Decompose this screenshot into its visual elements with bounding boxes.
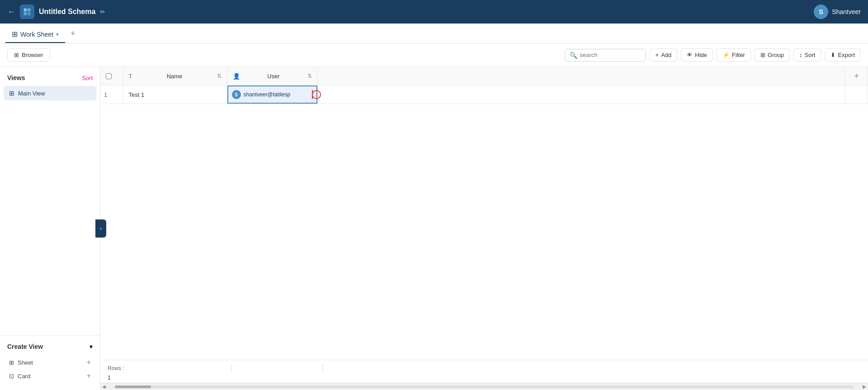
th-name: T Name ⇅ <box>123 67 227 86</box>
app-title: Untitled Schema <box>39 8 95 16</box>
svg-rect-2 <box>24 12 27 15</box>
export-icon: ⬇ <box>830 52 835 58</box>
row-name-value: Test 1 <box>129 91 145 98</box>
sheet-icon: ⊞ <box>9 359 14 366</box>
svg-rect-3 <box>28 12 31 15</box>
create-view-section: Create View ▾ ⊞ Sheet + ⊡ Card + <box>0 335 100 390</box>
tab-dropdown-icon[interactable]: ▾ <box>56 31 59 38</box>
scroll-track[interactable] <box>115 385 854 388</box>
scroll-thumb[interactable] <box>115 385 151 388</box>
edit-title-icon[interactable]: ✏ <box>100 8 105 15</box>
add-icon: + <box>656 52 659 58</box>
add-label: Add <box>661 52 671 58</box>
filter-icon: ⚡ <box>722 52 730 58</box>
add-column-button[interactable]: + <box>845 67 868 85</box>
data-table: T Name ⇅ 👤 User ⇅ <box>100 67 868 104</box>
table-wrapper[interactable]: T Name ⇅ 👤 User ⇅ <box>100 67 868 360</box>
search-icon: 🔍 <box>570 52 577 59</box>
main-view-grid-icon: ⊞ <box>9 90 14 97</box>
filter-button[interactable]: ⚡ Filter <box>717 48 751 62</box>
tab-label: Work Sheet <box>20 31 53 38</box>
browser-label: Browser <box>22 52 43 58</box>
hide-label: Hide <box>695 52 707 58</box>
sidebar-views-header: Views Sort <box>0 67 100 85</box>
td-add-1 <box>845 86 868 104</box>
create-view-label: Create View <box>7 343 43 350</box>
top-nav: ← Untitled Schema ✏ S Shantveer <box>0 0 868 24</box>
table-footer: Rows : 1 <box>100 360 868 383</box>
horizontal-scrollbar[interactable]: ◀ ▶ <box>100 383 868 390</box>
name-col-icon: T <box>129 73 132 80</box>
main-view-item[interactable]: ⊞ Main View <box>4 86 96 100</box>
filter-label: Filter <box>732 52 745 58</box>
card-icon: ⊡ <box>9 373 14 380</box>
back-button[interactable]: ← <box>7 7 15 17</box>
create-card-item[interactable]: ⊡ Card + <box>7 369 93 383</box>
add-sheet-button[interactable]: + <box>87 358 91 366</box>
create-sheet-item[interactable]: ⊞ Sheet + <box>7 356 93 369</box>
grid-icon: ⊞ <box>12 30 18 38</box>
th-add-col[interactable]: + <box>845 67 868 86</box>
sort-button[interactable]: ↕ Sort <box>793 48 821 62</box>
scroll-right-arrow[interactable]: ▶ <box>863 384 866 389</box>
user-cell-email: shantveer@tablesp <box>244 91 291 98</box>
sheet-label: Sheet <box>18 359 33 366</box>
export-button[interactable]: ⬇ Export <box>825 48 861 62</box>
card-label: Card <box>18 373 30 380</box>
name-col-sort[interactable]: ⇅ <box>217 73 222 79</box>
content-area: T Name ⇅ 👤 User ⇅ <box>100 67 868 390</box>
rows-count: 1 <box>108 375 111 381</box>
create-view-toggle[interactable]: Create View ▾ <box>7 343 93 350</box>
user-cell-avatar: S <box>232 90 241 99</box>
th-user: 👤 User ⇅ <box>227 67 317 86</box>
group-button[interactable]: ⊞ Group <box>755 48 790 62</box>
hide-button[interactable]: 👁 Hide <box>681 48 713 62</box>
user-name: Shantveer <box>832 8 861 15</box>
hide-icon: 👁 <box>687 52 693 58</box>
add-button[interactable]: + Add <box>650 48 678 62</box>
sort-views-button[interactable]: Sort <box>82 75 93 81</box>
user-col-sort[interactable]: ⇅ <box>307 73 312 79</box>
toolbar: ⊞ Browser 🔍 + Add 👁 Hide ⚡ Filter ⊞ Grou… <box>0 43 868 67</box>
sort-label: Sort <box>805 52 816 58</box>
user-col-label: User <box>243 73 305 80</box>
td-name-1[interactable]: Test 1 <box>123 86 227 104</box>
name-col-label: Name <box>135 73 214 80</box>
user-col-icon: 👤 <box>233 73 240 80</box>
group-label: Group <box>768 52 784 58</box>
search-input[interactable] <box>580 52 641 58</box>
table-row: 1 ↗ Test 1 S shantveer@t <box>100 86 868 104</box>
main-layout: Views Sort ⊞ Main View ‹ Create View ▾ ⊞… <box>0 67 868 390</box>
cursor-circle <box>312 90 321 99</box>
add-tab-button[interactable]: + <box>67 25 79 43</box>
add-card-button[interactable]: + <box>87 372 91 380</box>
th-empty <box>317 67 845 86</box>
sidebar-collapse-button[interactable]: ‹ <box>95 219 106 238</box>
user-cell[interactable]: S shantveer@tablesp <box>227 86 317 104</box>
scroll-left-arrow[interactable]: ◀ <box>102 384 106 389</box>
td-empty-1 <box>317 86 845 104</box>
browser-button[interactable]: ⊞ Browser <box>7 48 50 62</box>
select-all-checkbox[interactable] <box>106 73 112 79</box>
rows-label: Rows : <box>108 365 124 371</box>
tab-worksheet[interactable]: ⊞ Work Sheet ▾ <box>5 26 65 43</box>
user-menu[interactable]: S Shantveer <box>814 5 861 19</box>
td-user-1[interactable]: S shantveer@tablesp <box>227 86 317 104</box>
group-icon: ⊞ <box>760 52 765 58</box>
td-checkbox-1[interactable]: 1 ↗ <box>100 86 123 104</box>
tab-bar: ⊞ Work Sheet ▾ + <box>0 24 868 43</box>
row-number-1: 1 <box>104 91 107 98</box>
sort-icon: ↕ <box>799 52 802 58</box>
sidebar: Views Sort ⊞ Main View ‹ Create View ▾ ⊞… <box>0 67 100 390</box>
search-box[interactable]: 🔍 <box>565 49 646 62</box>
th-checkbox <box>100 67 123 86</box>
browser-icon: ⊞ <box>14 52 19 58</box>
app-logo <box>20 5 34 19</box>
create-view-chevron: ▾ <box>90 343 93 350</box>
views-label: Views <box>7 74 25 81</box>
main-view-label: Main View <box>18 90 45 97</box>
svg-rect-1 <box>28 9 31 12</box>
export-label: Export <box>838 52 855 58</box>
table-header-row: T Name ⇅ 👤 User ⇅ <box>100 67 868 86</box>
user-avatar: S <box>814 5 828 19</box>
